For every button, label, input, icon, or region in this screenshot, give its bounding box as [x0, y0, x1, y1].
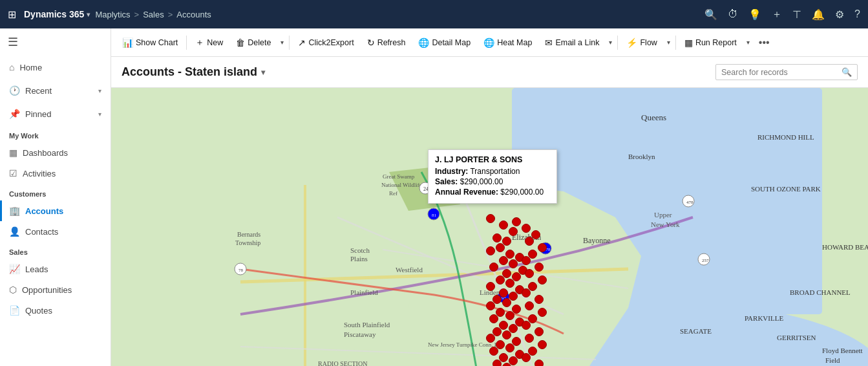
sidebar-item-pinned[interactable]: 📌 Pinned ▾	[0, 102, 111, 125]
show-chart-label: Show Chart	[136, 38, 178, 47]
map-pin[interactable]	[486, 301, 495, 310]
sep3	[617, 36, 618, 50]
map-pin[interactable]	[502, 298, 511, 307]
search-box[interactable]: 🔍	[715, 64, 858, 80]
map-pin[interactable]	[486, 334, 495, 343]
map-pin[interactable]	[505, 279, 514, 288]
map-pin[interactable]	[522, 321, 531, 330]
brand[interactable]: Dynamics 365 ▾	[24, 9, 90, 19]
svg-text:Queens: Queens	[641, 113, 666, 122]
crumb-sales[interactable]: Sales	[143, 10, 164, 19]
map-pin[interactable]	[499, 256, 508, 265]
map-pin[interactable]	[525, 237, 534, 246]
flow-chevron[interactable]: ▾	[664, 36, 673, 49]
map-pin[interactable]	[505, 311, 514, 320]
map-pin[interactable]	[496, 243, 505, 252]
map-pin[interactable]	[522, 353, 531, 362]
run-report-button[interactable]: ▦ Run Report	[679, 34, 743, 51]
svg-text:257: 257	[702, 258, 709, 263]
map-pin[interactable]	[509, 227, 518, 236]
map-pin[interactable]	[522, 288, 531, 297]
map-pin[interactable]	[489, 314, 498, 323]
svg-text:Township: Township	[235, 239, 260, 246]
flow-button[interactable]: ⚡ Flow	[620, 34, 662, 51]
map-pin[interactable]	[492, 360, 502, 366]
map-pin[interactable]	[535, 360, 544, 366]
map-pin[interactable]	[496, 275, 505, 285]
map-pin[interactable]	[509, 259, 518, 268]
run-report-chevron[interactable]: ▾	[744, 36, 752, 49]
sidebar-item-quotes[interactable]: 📄 Quotes	[0, 300, 111, 321]
delete-chevron[interactable]: ▾	[278, 36, 286, 49]
notification-icon[interactable]: 🔔	[812, 8, 825, 21]
map-pin[interactable]	[538, 308, 547, 317]
map-pin[interactable]	[486, 282, 495, 291]
sidebar-item-opportunities[interactable]: ⬡ Opportunities	[0, 279, 111, 300]
heat-map-button[interactable]: 🌐 Heat Map	[478, 34, 538, 51]
map-pin[interactable]	[522, 256, 531, 265]
map-pin[interactable]	[505, 343, 514, 352]
hamburger-menu[interactable]: ☰	[0, 28, 111, 56]
map-pin[interactable]	[522, 224, 531, 233]
settings-icon[interactable]: ⚙	[835, 8, 844, 21]
more-options[interactable]: •••	[755, 34, 774, 51]
delete-button[interactable]: 🗑 Delete	[230, 34, 277, 51]
sidebar-item-activities[interactable]: ☑ Activities	[0, 163, 111, 184]
page-title[interactable]: Accounts - Staten island ▾	[122, 65, 265, 79]
recent-icon[interactable]: ⏱	[728, 8, 738, 20]
map-pin[interactable]	[486, 246, 495, 255]
dashboards-label: Dashboards	[23, 148, 68, 158]
search-nav-icon[interactable]: 🔍	[704, 8, 717, 21]
pin-icon: 📌	[9, 109, 20, 119]
grid-icon[interactable]: ⊞	[8, 8, 16, 21]
map-pin[interactable]	[535, 327, 544, 336]
map-pin[interactable]	[525, 269, 534, 278]
crumb-accounts[interactable]: Accounts	[176, 10, 211, 19]
sidebar-item-accounts[interactable]: 🏢 Accounts	[0, 200, 111, 221]
map-pin[interactable]	[512, 217, 521, 226]
add-icon[interactable]: ＋	[772, 8, 782, 21]
sidebar-item-home[interactable]: ⌂ Home	[0, 56, 111, 79]
map-pin[interactable]	[502, 330, 511, 339]
email-link-button[interactable]: ✉ Email a Link	[539, 34, 605, 51]
sidebar-item-leads[interactable]: 📈 Leads	[0, 259, 111, 279]
refresh-button[interactable]: ↻ Refresh	[361, 34, 412, 51]
search-input[interactable]	[721, 68, 842, 77]
map-pin[interactable]	[538, 243, 547, 252]
sidebar-item-dashboards[interactable]: ▦ Dashboards	[0, 142, 111, 163]
map-pin[interactable]	[535, 295, 544, 304]
info-icon[interactable]: 💡	[748, 8, 761, 21]
sidebar-item-recent[interactable]: 🕐 Recent ▾	[0, 79, 111, 102]
map-pin[interactable]	[492, 233, 502, 242]
map-pin[interactable]	[525, 301, 534, 310]
new-button[interactable]: ＋ New	[189, 34, 229, 52]
map-pin[interactable]	[489, 347, 498, 356]
content-area: 📊 Show Chart ＋ New 🗑 Delete ▾ ↗ Click2Ex…	[111, 28, 868, 366]
email-chevron[interactable]: ▾	[606, 36, 615, 49]
svg-text:Plainfield: Plainfield	[350, 288, 378, 296]
page-title-chevron: ▾	[261, 68, 265, 77]
map-pin[interactable]	[499, 221, 508, 230]
app-name: Maplytics	[95, 10, 130, 19]
svg-text:SEAGATE: SEAGATE	[680, 327, 712, 335]
map-pin[interactable]	[489, 263, 498, 272]
sidebar-item-contacts[interactable]: 👤 Contacts	[0, 221, 111, 242]
map-pin[interactable]	[535, 263, 544, 272]
svg-text:Westfield: Westfield	[396, 266, 423, 274]
map-pin[interactable]	[538, 340, 547, 349]
svg-text:National Wildlife: National Wildlife	[381, 182, 422, 188]
map-pin[interactable]	[525, 334, 534, 343]
map-pin[interactable]	[486, 214, 495, 223]
filter-icon[interactable]: ⊤	[792, 8, 801, 21]
brand-chevron[interactable]: ▾	[87, 11, 90, 18]
map-pin[interactable]	[538, 275, 547, 285]
detail-map-label: Detail Map	[432, 38, 471, 47]
detail-map-button[interactable]: 🌐 Detail Map	[412, 34, 476, 51]
show-chart-button[interactable]: 📊 Show Chart	[116, 34, 184, 51]
activities-label: Activities	[23, 169, 56, 178]
help-icon[interactable]: ?	[854, 8, 860, 20]
map-container[interactable]: Queens Brooklyn Upper New York RICHMOND …	[111, 88, 868, 366]
delete-icon: 🗑	[236, 38, 245, 48]
activities-icon: ☑	[9, 168, 17, 178]
click2export-button[interactable]: ↗ Click2Export	[292, 34, 359, 51]
